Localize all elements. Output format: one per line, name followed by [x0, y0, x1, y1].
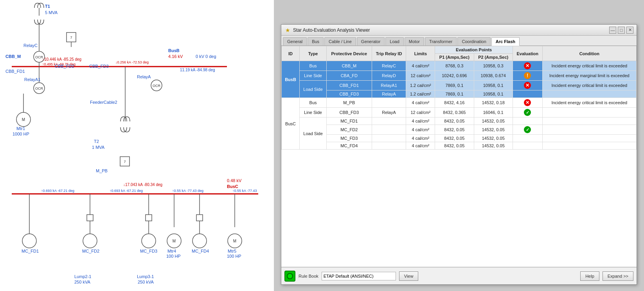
col-header-p1: P1 (Amps,Sec): [435, 54, 474, 61]
svg-text:OCR: OCR: [153, 84, 161, 88]
diagram-area: T1 5 MVA OCR RelayC 7 CBB_M ↓10.446 kA -…: [0, 0, 274, 291]
svg-text:250 kVA: 250 kVA: [74, 280, 90, 284]
row-p2: 10958, 0.1: [474, 81, 513, 90]
tab-arc-flash[interactable]: Arc Flash: [491, 37, 520, 46]
tab-generator[interactable]: Generator: [357, 37, 385, 45]
row-p2: 16046, 0.1: [474, 108, 513, 117]
row-trip-relay-id: RelayA: [372, 108, 406, 117]
row-protective-device: MC_FD1: [327, 117, 372, 125]
table-row: BusB Bus CBB_M RelayC 4 cal/cm² 8768, 0.…: [282, 61, 637, 71]
col-header-id: ID: [282, 46, 300, 61]
svg-text:↑0.693 kA -67.21 deg: ↑0.693 kA -67.21 deg: [41, 189, 74, 193]
svg-text:5 MVA: 5 MVA: [45, 10, 58, 15]
green-light: [287, 273, 293, 279]
minimize-button[interactable]: —: [609, 27, 616, 34]
col-header-evaluation: Evaluation: [513, 46, 542, 61]
app-icon: ★: [284, 27, 291, 33]
close-button[interactable]: ✕: [626, 27, 633, 34]
row-condition: Incident energy critical limit is exceed…: [542, 81, 636, 90]
row-trip-relay-id: [372, 125, 406, 135]
help-button[interactable]: Help: [580, 271, 599, 281]
table-row: Line Side CBA_FD RelayD 12 cal/cm² 10242…: [282, 71, 637, 81]
svg-text:CBB_FD3: CBB_FD3: [89, 64, 109, 69]
row-condition: [542, 142, 636, 150]
row-evaluation: [513, 135, 542, 142]
expand-button[interactable]: Expand >>: [603, 271, 633, 281]
svg-text:RelayA1: RelayA1: [24, 77, 41, 82]
row-limits: 4 cal/cm²: [406, 142, 435, 150]
tab-cable-line[interactable]: Cable / Line: [324, 37, 356, 45]
svg-text:RelayA: RelayA: [137, 74, 151, 79]
tab-bus[interactable]: Bus: [308, 37, 324, 45]
svg-rect-64: [146, 215, 152, 221]
row-p2: 14532, 0.18: [474, 98, 513, 108]
col-header-condition: Condition: [542, 46, 636, 61]
svg-text:M: M: [173, 239, 176, 243]
svg-text:1000 HP: 1000 HP: [13, 132, 29, 136]
tab-general[interactable]: General: [283, 37, 307, 45]
row-protective-device: CBB_FD1: [327, 81, 372, 90]
tab-transformer[interactable]: Transformer: [425, 37, 457, 45]
svg-text:↓0.256 kA -72.53 deg: ↓0.256 kA -72.53 deg: [115, 60, 149, 64]
row-condition: Incident energy critical limit is exceed…: [542, 61, 636, 71]
row-p1: 10242, 0.696: [435, 71, 474, 81]
row-limits: 4 cal/cm²: [406, 61, 435, 71]
row-trip-relay-id: [372, 98, 406, 108]
row-p2: 14532, 0.05: [474, 125, 513, 135]
window-title: Star Auto-Evaluation Analysis Viewer: [293, 27, 370, 33]
table-row: MC_FD4 4 cal/cm² 8432, 0.05 14532, 0.05: [282, 142, 637, 150]
row-trip-relay-id: [372, 117, 406, 125]
row-trip-relay-id: RelayA1: [372, 81, 406, 90]
row-evaluation: ✕: [513, 81, 542, 90]
row-condition: Incident energy critical limit is exceed…: [542, 98, 636, 108]
row-protective-device: CBA_FD: [327, 71, 372, 81]
status-icon-red: ✕: [524, 62, 531, 69]
svg-point-59: [83, 234, 97, 248]
col-header-eval-points: Evaluation Points: [435, 46, 513, 54]
row-protective-device: CBB_FD3: [327, 90, 372, 98]
row-p1: 8432, 0.365: [435, 108, 474, 117]
svg-text:7: 7: [124, 160, 126, 164]
view-button[interactable]: View: [399, 271, 419, 281]
svg-text:11.19 kA -84.98 deg: 11.19 kA -84.98 deg: [180, 68, 215, 72]
table-row: Load Side CBB_FD1 RelayA1 1.2 cal/cm² 78…: [282, 81, 637, 90]
row-p2: 10958, 0.3: [474, 61, 513, 71]
svg-text:0.48 kV: 0.48 kV: [227, 178, 242, 183]
maximize-button[interactable]: □: [618, 27, 625, 34]
svg-text:↑0.55 kA -77.43: ↑0.55 kA -77.43: [232, 189, 257, 193]
col-header-limits: Limits: [406, 46, 435, 61]
row-limits: 4 cal/cm²: [406, 135, 435, 142]
svg-text:CBB_FD1: CBB_FD1: [5, 69, 25, 74]
row-evaluation: [513, 117, 542, 125]
row-trip-relay-id: [372, 135, 406, 142]
row-p1: 8432, 0.05: [435, 135, 474, 142]
row-limits: 4 cal/cm²: [406, 117, 435, 125]
col-header-type: Type: [300, 46, 327, 61]
row-p1: 8432, 0.05: [435, 117, 474, 125]
tabs-bar: General Bus Cable / Line Generator Load …: [281, 36, 637, 46]
row-condition: [542, 108, 636, 117]
tab-coordination[interactable]: Coordination: [457, 37, 490, 45]
svg-text:Lump2-1: Lump2-1: [74, 274, 91, 279]
title-bar: ★ Star Auto-Evaluation Analysis Viewer —…: [281, 25, 637, 36]
row-protective-device: MC_FD2: [327, 125, 372, 135]
row-protective-device: CBB_FD3: [327, 108, 372, 117]
row-type: Bus: [300, 61, 327, 71]
svg-text:1 MVA: 1 MVA: [92, 145, 105, 150]
row-p2: 10958, 0.1: [474, 90, 513, 98]
svg-text:100 HP: 100 HP: [166, 254, 181, 258]
row-limits: 12 cal/cm²: [406, 108, 435, 117]
row-evaluation: ✓: [513, 108, 542, 117]
svg-text:↑0.55 kA -77.43 deg: ↑0.55 kA -77.43 deg: [172, 189, 203, 193]
svg-point-54: [22, 234, 36, 248]
row-protective-device: MC_FD3: [327, 135, 372, 142]
row-evaluation: ✓: [513, 125, 542, 135]
row-condition: [542, 125, 636, 135]
col-header-protective-device: Protective Device: [327, 46, 372, 61]
svg-text:250 kVA: 250 kVA: [138, 280, 154, 284]
tab-load[interactable]: Load: [385, 37, 403, 45]
tab-motor[interactable]: Motor: [405, 37, 424, 45]
row-p1: 8432, 4.16: [435, 98, 474, 108]
svg-point-66: [142, 234, 156, 248]
rule-book-input[interactable]: [322, 272, 396, 280]
